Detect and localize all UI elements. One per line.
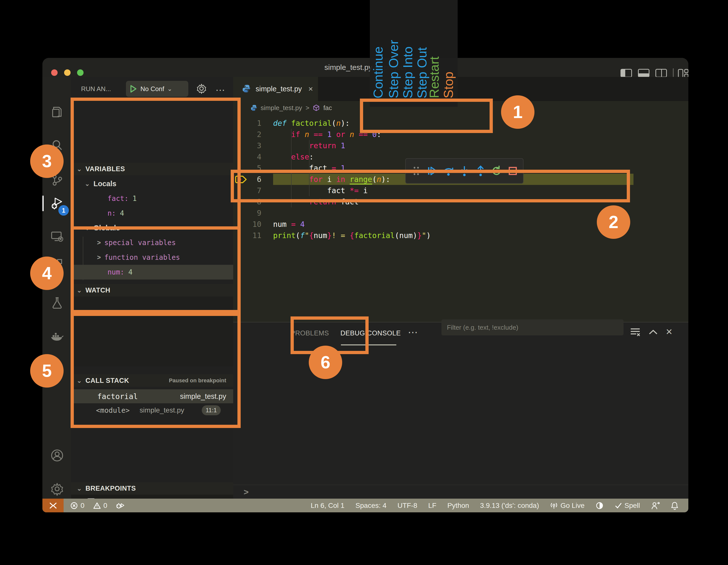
settings-gear-icon[interactable]: [50, 482, 64, 496]
status-item-label: Spell: [624, 502, 640, 510]
status-item-label: 0: [104, 502, 107, 510]
line-number[interactable]: 4: [249, 152, 261, 161]
python-file-icon: [242, 84, 251, 94]
line-number[interactable]: 1: [249, 119, 261, 127]
breakpoints-header[interactable]: ⌄BREAKPOINTS: [71, 482, 233, 495]
docker-whale-icon[interactable]: [50, 329, 64, 343]
person-icon: [651, 502, 660, 510]
status-item[interactable]: UTF-8: [398, 502, 417, 510]
annotation-box-5-call-stack: [71, 313, 241, 428]
filter-lines-icon[interactable]: [630, 327, 641, 338]
tab-close-icon[interactable]: ×: [308, 84, 313, 94]
code-text: def factorial(n):: [273, 119, 350, 127]
person-icon[interactable]: [651, 502, 660, 510]
repl-divider: [233, 485, 688, 485]
status-item[interactable]: Python: [447, 502, 469, 510]
check-icon[interactable]: Spell: [615, 502, 640, 510]
line-number[interactable]: 10: [249, 220, 261, 228]
screenshot-root: simple_test.py — project: [0, 0, 728, 565]
testing-beaker-icon[interactable]: [50, 296, 64, 310]
code-line: 3 return 1: [233, 140, 688, 151]
line-number[interactable]: 3: [249, 141, 261, 150]
debug-settings-gear-icon[interactable]: [195, 82, 208, 96]
status-item-label: LF: [428, 502, 436, 510]
annotation-circle-5: 5: [30, 354, 64, 388]
annotation-circle-6: 6: [309, 346, 342, 379]
errors-icon[interactable]: 0: [70, 502, 85, 510]
active-view-indicator: [42, 196, 44, 211]
toggle-sidebar-icon[interactable]: [621, 69, 632, 77]
status-item-label: Go Live: [560, 502, 585, 510]
python-file-icon: [251, 105, 257, 111]
chevron-down-icon: ⌄: [77, 485, 82, 492]
title-bar: simple_test.py — project: [42, 58, 688, 77]
warnings-icon[interactable]: 0: [93, 502, 107, 510]
activity-bar: 1: [42, 77, 71, 512]
check-icon: [615, 502, 622, 509]
maximize-panel-icon[interactable]: [648, 329, 658, 337]
filter-input[interactable]: Filter (e.g. text, !exclude): [441, 320, 624, 336]
line-number[interactable]: 2: [249, 130, 261, 139]
debug-status-icon[interactable]: [116, 502, 124, 510]
code-text: print(f"{num}! = {factorial(num)}"): [273, 231, 431, 240]
tab-label: simple_test.py: [256, 85, 302, 93]
line-number[interactable]: 9: [249, 209, 261, 217]
editor-tab-bar: simple_test.py ×: [233, 77, 688, 101]
status-item-label: 0: [81, 502, 85, 510]
breadcrumb[interactable]: simple_test.py > fac: [251, 101, 332, 114]
annotation-circle-3: 3: [30, 144, 64, 178]
titlebar-separator: [673, 68, 674, 78]
warnings-icon: [93, 502, 101, 510]
annotation-box-4-watch: [71, 226, 241, 313]
go-live-icon: [550, 502, 558, 510]
remote-indicator[interactable]: [42, 499, 64, 512]
toggle-panel-icon[interactable]: [638, 69, 649, 77]
annotation-circle-1: 1: [501, 95, 534, 129]
console-prompt[interactable]: >: [244, 487, 249, 497]
debug-status-icon: [116, 502, 124, 510]
code-text: else:: [273, 152, 314, 161]
annotation-circle-4: 4: [30, 256, 64, 290]
panel-more-actions-icon[interactable]: ⋯: [408, 327, 418, 338]
annotation-box-2-current-line: [231, 170, 630, 202]
section-title: BREAKPOINTS: [86, 485, 136, 492]
launch-config-dropdown[interactable]: No Conf ⌄: [126, 81, 188, 97]
status-item-label: Spaces: 4: [355, 502, 387, 510]
status-item-label: Python: [447, 502, 469, 510]
tab-simple-test-py[interactable]: simple_test.py ×: [233, 77, 318, 101]
debug-badge: 1: [58, 205, 69, 215]
status-item[interactable]: LF: [428, 502, 436, 510]
status-right-items: Ln 6, Col 1Spaces: 4UTF-8LFPython3.9.13 …: [311, 501, 678, 510]
status-left-items: 00: [70, 502, 124, 510]
status-item-label: 3.9.13 ('ds': conda): [480, 502, 539, 510]
code-text: num = 4: [273, 220, 305, 228]
explorer-icon[interactable]: [50, 105, 64, 119]
start-debug-icon: [130, 85, 137, 93]
symbol-cube-icon: [313, 104, 320, 111]
line-number[interactable]: 11: [249, 231, 261, 240]
contrast-icon[interactable]: [596, 502, 604, 510]
remote-monitor-icon[interactable]: [50, 229, 64, 243]
annotation-box-3-variables: [71, 98, 241, 229]
toggle-secondary-sidebar-icon[interactable]: [655, 69, 667, 77]
status-item[interactable]: Spaces: 4: [355, 502, 387, 510]
status-item[interactable]: 3.9.13 ('ds': conda): [480, 502, 539, 510]
status-item[interactable]: Ln 6, Col 1: [311, 502, 344, 510]
window-title: simple_test.py — project: [42, 58, 688, 77]
contrast-icon: [596, 502, 604, 510]
status-item-label: UTF-8: [398, 502, 417, 510]
bell-icon[interactable]: [671, 501, 678, 510]
status-item-label: Ln 6, Col 1: [311, 502, 344, 510]
errors-icon: [70, 502, 78, 510]
go-live-icon[interactable]: Go Live: [550, 502, 585, 510]
status-bar: 00 Ln 6, Col 1Spaces: 4UTF-8LFPython3.9.…: [42, 499, 688, 512]
bell-icon: [671, 501, 678, 510]
annotation-label-restart: Restart: [427, 0, 441, 98]
close-panel-icon[interactable]: ×: [666, 326, 672, 338]
annotation-label-step-into: Step Into: [401, 0, 415, 98]
annotation-box-1-debug-toolbar: [360, 99, 493, 133]
annotation-circle-2: 2: [597, 205, 630, 239]
annotation-label-step-over: Step Over: [386, 0, 401, 98]
account-icon[interactable]: [50, 449, 64, 462]
views-more-actions-icon[interactable]: …: [215, 82, 226, 93]
